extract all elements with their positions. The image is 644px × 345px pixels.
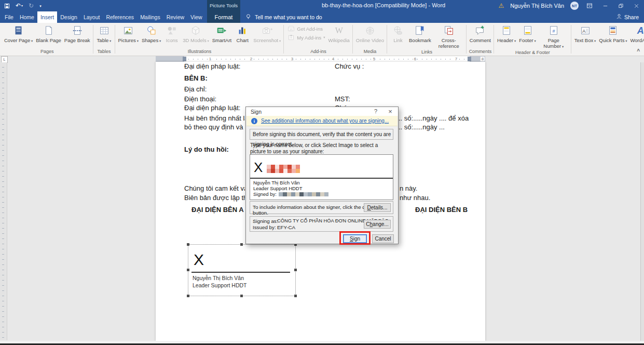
- ribbon-button-bookmark[interactable]: Bookmark: [407, 23, 433, 44]
- ribbon-button-page-break[interactable]: Page Break: [63, 23, 92, 44]
- avatar[interactable]: NT: [570, 2, 579, 10]
- signed-in-user[interactable]: Nguyễn Thị Bích Vân: [510, 3, 564, 9]
- dropdown-icon: ▾: [30, 39, 33, 43]
- warning-icon[interactable]: ⚠: [498, 2, 504, 9]
- signed-by-label: Signed by:: [253, 191, 277, 197]
- collapse-ribbon-icon[interactable]: ^: [637, 48, 640, 54]
- ribbon-group-links: LinkBookmarkCross-referenceLinks: [387, 23, 467, 56]
- ribbon-button-chart[interactable]: Chart: [233, 23, 252, 44]
- cancel-button[interactable]: Cancel: [372, 234, 394, 243]
- ribbon-group-label: Media: [354, 48, 386, 56]
- wikipedia-icon: W: [333, 24, 345, 37]
- horizontal-ruler[interactable]: 12345678: [156, 56, 485, 62]
- ribbon-button-wordart[interactable]: AWordArt ▾: [628, 23, 644, 44]
- ribbon-button-header[interactable]: Header ▾: [496, 23, 517, 44]
- ribbon-group-label: Comments: [468, 48, 492, 56]
- tab-format[interactable]: Format: [207, 11, 240, 23]
- ribbon-button-comment[interactable]: Comment: [468, 23, 492, 44]
- info-banner: i See additional information about what …: [246, 116, 398, 126]
- ribbon-button-smartart[interactable]: SmartArt: [211, 23, 233, 44]
- undo-dropdown-icon[interactable]: ▾: [21, 4, 23, 7]
- signature-input-area[interactable]: X Nguyễn Thị Bích Vân Leader Support HDD…: [250, 154, 393, 200]
- tab-review[interactable]: Review: [163, 11, 187, 23]
- tell-me-box[interactable]: Tell me what you want to do: [245, 11, 322, 23]
- quick-parts-icon: [607, 24, 619, 37]
- ribbon-button-blank-page[interactable]: Blank Page: [34, 23, 63, 44]
- ribbon-button-label: Wikipedia: [328, 37, 350, 43]
- doc-line: Địa chỉ:: [184, 85, 207, 93]
- ribbon-display-options-icon[interactable]: [585, 0, 594, 11]
- ribbon-button-footer[interactable]: Footer ▾: [517, 23, 538, 44]
- redacted-certificate-id: [279, 192, 328, 196]
- resize-handle[interactable]: [187, 269, 189, 271]
- tab-home[interactable]: Home: [17, 11, 37, 23]
- dropdown-icon: ▾: [278, 39, 281, 43]
- ribbon-button-cover-page[interactable]: Cover Page ▾: [3, 23, 34, 44]
- ribbon-group-pages: Cover Page ▾Blank PagePage BreakPages: [1, 23, 93, 56]
- ribbon-group-comments: CommentComments: [467, 23, 494, 56]
- ribbon-button-label: WordArt: [630, 37, 644, 43]
- additional-info-link[interactable]: See additional information about what yo…: [261, 118, 389, 124]
- ruler-number: 3: [290, 57, 294, 61]
- ribbon-button-pictures[interactable]: Pictures ▾: [117, 23, 140, 44]
- ribbon-group-label: Links: [389, 49, 465, 56]
- icons-icon: [166, 24, 178, 37]
- tab-design[interactable]: Design: [57, 11, 80, 23]
- sign-button[interactable]: Sign: [343, 234, 367, 243]
- help-icon[interactable]: ?: [372, 108, 379, 114]
- resize-handle[interactable]: [240, 295, 243, 297]
- details-button[interactable]: Details...: [364, 203, 391, 212]
- doc-line: Biên bản được lập th: [184, 194, 245, 202]
- dropdown-icon: ▾: [513, 39, 516, 43]
- tab-insert[interactable]: Insert: [37, 11, 57, 23]
- issued-by-value: EFY-CA: [277, 224, 295, 230]
- resize-handle[interactable]: [294, 295, 297, 297]
- close-icon[interactable]: ×: [386, 108, 394, 115]
- dialog-signer-name: Nguyễn Thị Bích Vân: [253, 180, 300, 185]
- ribbon-button-label: SmartArt: [212, 37, 231, 43]
- doc-line: Đại diện pháp luật:: [184, 62, 240, 70]
- ribbon-group-label: Add-ins: [285, 48, 351, 56]
- pictures-icon: [122, 24, 134, 37]
- resize-handle[interactable]: [240, 243, 243, 246]
- tab-view[interactable]: View: [187, 11, 205, 23]
- resize-handle[interactable]: [187, 295, 189, 297]
- left-indent-marker[interactable]: [183, 57, 186, 61]
- ribbon-button-label: Header: [497, 37, 513, 43]
- change-button[interactable]: Change...: [364, 220, 391, 229]
- restore-button[interactable]: [616, 0, 625, 11]
- right-indent-marker[interactable]: [468, 57, 471, 61]
- ribbon-button-label: Online Video: [356, 37, 384, 43]
- ribbon-button-shapes[interactable]: Shapes ▾: [140, 23, 162, 44]
- ribbon-button-text-box[interactable]: AText Box ▾: [573, 23, 598, 44]
- vertical-scrollbar[interactable]: [640, 62, 644, 341]
- undo-icon[interactable]: ↶▾: [16, 3, 23, 9]
- dialog-title-bar[interactable]: Sign ? ×: [246, 107, 398, 116]
- customize-quick-access-icon[interactable]: ▾: [39, 4, 42, 8]
- resize-handle[interactable]: [294, 269, 297, 271]
- signature-line-object[interactable]: X Nguyễn Thị Bích Vân Leader Support HDD…: [188, 244, 296, 296]
- ribbon-button-table[interactable]: Table ▾: [95, 23, 114, 44]
- ribbon-group-label: Tables: [95, 48, 114, 56]
- dialog-signer-role: Leader Support HDDT: [253, 185, 303, 191]
- ribbon-button-label: Link: [393, 37, 402, 43]
- tab-references[interactable]: References: [103, 11, 137, 23]
- tab-mailings[interactable]: Mailings: [137, 11, 163, 23]
- ribbon-button-cross-reference[interactable]: Cross-reference: [433, 23, 465, 49]
- minimize-button[interactable]: [600, 0, 610, 11]
- doc-heading-ly-do: Lý do thu hồi:: [184, 145, 229, 153]
- screenshot-icon: [261, 24, 273, 37]
- models-3d-icon: [189, 24, 202, 37]
- ribbon-button-page-number[interactable]: #Page Number ▾: [538, 23, 570, 49]
- bookmark-icon: [414, 24, 426, 37]
- share-button[interactable]: Share: [616, 11, 639, 23]
- ribbon-group-label: Illustrations: [117, 48, 283, 56]
- close-button[interactable]: [632, 0, 641, 11]
- save-icon[interactable]: [4, 3, 10, 9]
- resize-handle[interactable]: [187, 243, 189, 246]
- ribbon-button-quick-parts[interactable]: Quick Parts ▾: [597, 23, 628, 44]
- get-add-ins-icon: [287, 25, 295, 33]
- tab-layout[interactable]: Layout: [80, 11, 103, 23]
- tab-file[interactable]: File: [2, 11, 17, 23]
- ribbon-group-add-ins: Get Add-insMy Add-ins▾WWikipediaAdd-ins: [284, 23, 352, 56]
